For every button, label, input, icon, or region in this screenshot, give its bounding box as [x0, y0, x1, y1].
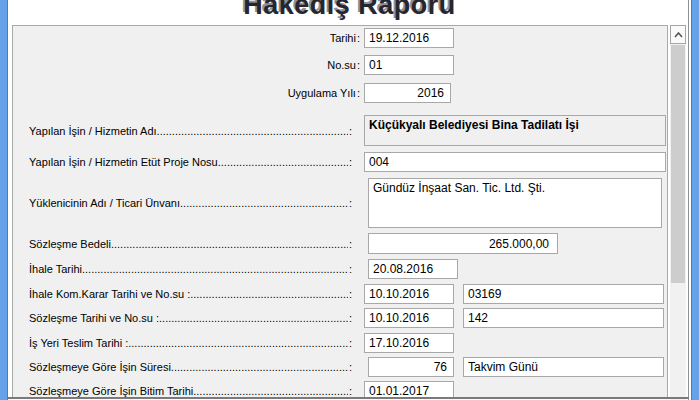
- report-form-panel: Tarihi : No.su : Uygulama Yılı : Yapılan…: [12, 25, 668, 399]
- row-isin-adi: Yapılan İşin / Hizmetin Adı.............…: [29, 115, 667, 146]
- ihale-karar-nosu-field[interactable]: [463, 284, 664, 304]
- row-is-yeri-teslim: İş Yeri Teslim Tarihi :.................…: [29, 333, 667, 353]
- sozlesme-nosu-field[interactable]: [463, 308, 664, 328]
- page-title: Hakediş Raporu: [0, 0, 699, 21]
- chevron-up-icon: [674, 32, 683, 38]
- is-yeri-teslim-label: İş Yeri Teslim Tarihi :.................…: [29, 333, 352, 353]
- isin-adi-field[interactable]: Küçükyalı Belediyesi Bina Tadilatı İşi: [364, 115, 666, 146]
- isin-suresi-field[interactable]: [368, 357, 454, 377]
- nosu-field[interactable]: [364, 55, 454, 75]
- scroll-up-button[interactable]: [670, 25, 686, 44]
- scrollbar-thumb[interactable]: [671, 45, 685, 283]
- window-frame-bottom: [8, 397, 689, 399]
- row-ihale-karar: İhale Kom.Karar Tarihi ve No.su :.......…: [29, 284, 667, 304]
- uygulama-yili-field[interactable]: [364, 83, 451, 103]
- sozlesme-tarihi-field[interactable]: [364, 308, 454, 328]
- isin-adi-label: Yapılan İşin / Hizmetin Adı.............…: [29, 115, 352, 146]
- sozlesme-bedeli-label: Sözleşme Bedeli.........................…: [29, 233, 352, 254]
- etut-proje-nosu-label: Yapılan İşin / Hizmetin Etüt Proje Nosu.…: [29, 152, 352, 172]
- row-etut-proje-nosu: Yapılan İşin / Hizmetin Etüt Proje Nosu.…: [29, 152, 667, 172]
- row-ihale-tarihi: İhale Tarihi............................…: [29, 259, 667, 279]
- yuklenici-unvani-field[interactable]: Gündüz İnşaat San. Tic. Ltd. Şti.: [368, 178, 662, 228]
- row-yuklenici-unvani: Yüklenicinin Adı / Ticari Ünvanı........…: [29, 178, 667, 228]
- row-sozlesme-tarihi: Sözleşme Tarihi ve No.su :..............…: [29, 308, 667, 328]
- row-tarihi: Tarihi :: [29, 28, 667, 48]
- tarihi-label: Tarihi :: [29, 28, 360, 48]
- sozlesme-tarihi-label: Sözleşme Tarihi ve No.su :..............…: [29, 308, 352, 328]
- sure-birimi-field[interactable]: [463, 357, 664, 377]
- row-nosu: No.su :: [29, 55, 667, 75]
- is-yeri-teslim-tarihi-field[interactable]: [364, 333, 454, 353]
- etut-proje-nosu-field[interactable]: [364, 152, 666, 172]
- row-uygulama-yili: Uygulama Yılı :: [29, 83, 667, 103]
- window-frame-right: [691, 0, 699, 400]
- scrollbar[interactable]: [670, 25, 686, 400]
- nosu-label: No.su :: [29, 55, 360, 75]
- tarihi-field[interactable]: [364, 28, 454, 48]
- sozlesme-bedeli-field[interactable]: [368, 233, 558, 254]
- isin-suresi-label: Sözleşmeye Göre İşin Süresi.............…: [29, 357, 352, 377]
- ihale-karar-label: İhale Kom.Karar Tarihi ve No.su :.......…: [29, 284, 352, 304]
- ihale-tarihi-field[interactable]: [368, 259, 458, 279]
- ihale-tarihi-label: İhale Tarihi............................…: [29, 259, 352, 279]
- row-isin-suresi: Sözleşmeye Göre İşin Süresi.............…: [29, 357, 667, 377]
- uygulama-yili-label: Uygulama Yılı :: [29, 83, 360, 103]
- yuklenici-unvani-label: Yüklenicinin Adı / Ticari Ünvanı........…: [29, 178, 352, 228]
- window-frame-left: [0, 0, 8, 400]
- window-edge-line: [688, 0, 689, 400]
- ihale-karar-tarihi-field[interactable]: [364, 284, 454, 304]
- row-sozlesme-bedeli: Sözleşme Bedeli.........................…: [29, 233, 667, 254]
